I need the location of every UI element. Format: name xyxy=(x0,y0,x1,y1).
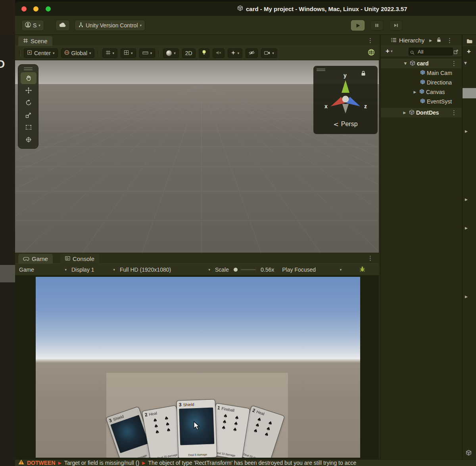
foldout-closed-icon[interactable]: ▶ xyxy=(465,295,468,299)
game-target-dropdown[interactable]: Game ▾ xyxy=(19,267,67,273)
effects-toggle[interactable]: ▾ xyxy=(228,48,243,58)
screen: D card - My project - Windows, Mac, Linu… xyxy=(0,0,476,466)
foldout-open-icon[interactable]: ▼ xyxy=(403,61,408,65)
pivot-label: Center xyxy=(34,50,51,56)
version-control-label: Unity Version Control xyxy=(86,22,138,29)
increment-snap-button[interactable]: ▾ xyxy=(139,48,155,58)
pause-icon xyxy=(374,23,379,28)
scale-slider-knob[interactable] xyxy=(234,268,238,272)
projection-toggle[interactable]: < Persp xyxy=(313,121,378,128)
hierarchy-item-directional-light[interactable]: Directiona xyxy=(381,78,461,87)
grid-visibility-button[interactable]: ▾ xyxy=(121,48,136,58)
card-cost: 3 xyxy=(179,402,182,407)
tab-game[interactable]: Game xyxy=(18,254,53,264)
foldout-closed-icon[interactable]: ▶ xyxy=(402,111,407,115)
tool-handle-position-button[interactable]: Center ▾ xyxy=(24,48,58,58)
debug-bug-icon[interactable] xyxy=(359,266,365,273)
resolution-dropdown[interactable]: Full HD (1920x1080) ▾ xyxy=(120,267,210,273)
hierarchy-tabbar[interactable]: Hierarchy ▶ ⋮ xyxy=(381,35,461,46)
foldout-open-icon[interactable]: ▼ xyxy=(464,61,467,65)
scale-tool-button[interactable] xyxy=(21,109,36,121)
scale-slider-track[interactable] xyxy=(241,269,256,270)
display-dropdown[interactable]: Display 1 ▾ xyxy=(71,267,115,273)
minimize-button[interactable] xyxy=(33,6,38,12)
hierarchy-item-eventsystem[interactable]: EventSyst xyxy=(381,97,461,106)
rect-tool-button[interactable] xyxy=(21,121,36,133)
tool-handle-rotation-button[interactable]: Global ▾ xyxy=(61,48,94,58)
tab-game-label: Game xyxy=(32,255,48,262)
project-add-button[interactable]: + xyxy=(467,48,471,56)
desktop-window-fragment xyxy=(0,0,15,35)
gizmo-drag-handle[interactable] xyxy=(317,69,325,69)
game-tabbar: Game Console ⋮ xyxy=(15,253,379,264)
grid-snap-button[interactable]: ▾ xyxy=(102,48,118,58)
hierarchy-item-canvas[interactable]: ▶ Canvas xyxy=(381,87,461,97)
gizmo-axis-x-label[interactable]: x xyxy=(324,103,328,109)
add-object-button[interactable]: + ▾ xyxy=(386,47,392,55)
hierarchy-kebab-menu-icon[interactable]: ⋮ xyxy=(447,37,453,44)
row-kebab-menu-icon[interactable]: ⋮ xyxy=(451,60,457,67)
scene-viewport[interactable]: y x z < Persp xyxy=(15,60,379,253)
pause-button[interactable] xyxy=(370,20,384,31)
draw-mode-button[interactable]: ▾ xyxy=(163,48,179,58)
cloud-button[interactable] xyxy=(56,20,70,31)
transform-tool-button[interactable] xyxy=(21,134,36,146)
play-focused-dropdown[interactable]: Play Focused ▾ xyxy=(282,267,342,273)
account-button[interactable]: S ▾ xyxy=(21,20,44,31)
row-kebab-menu-icon[interactable]: ⋮ xyxy=(451,109,457,116)
project-tabbar[interactable] xyxy=(463,35,476,46)
gizmo-axes[interactable] xyxy=(313,71,378,119)
tab-console[interactable]: Console xyxy=(60,254,99,264)
account-initial: S xyxy=(33,22,36,29)
rotate-icon xyxy=(25,100,32,106)
gizmo-axis-z-label[interactable]: z xyxy=(364,103,367,109)
zoom-button[interactable] xyxy=(46,6,51,12)
gizmo-axis-y-label[interactable]: y xyxy=(344,72,347,79)
gizmo-drag-handle[interactable] xyxy=(317,70,325,71)
hierarchy-toolbar: + ▾ xyxy=(381,46,461,57)
tab-hierarchy-label: Hierarchy xyxy=(399,37,424,44)
foldout-closed-icon[interactable]: ▶ xyxy=(465,129,468,133)
project-panel-sliver: + ▼ ▶ ▶ ▶ ▶ xyxy=(462,35,476,459)
step-button[interactable] xyxy=(389,20,403,31)
tab-pop-arrow-icon[interactable]: ▶ xyxy=(429,38,432,42)
foldout-closed-icon[interactable]: ▶ xyxy=(412,90,418,94)
rotate-tool-button[interactable] xyxy=(21,97,36,109)
tab-scene[interactable]: Scene xyxy=(18,36,52,46)
play-button[interactable] xyxy=(351,20,365,31)
status-bar[interactable]: DOTWEEN ▶ Target or field is missing/nul… xyxy=(15,459,476,466)
audio-mute-toggle[interactable] xyxy=(213,48,225,58)
hierarchy-scene-row-dontdestroy[interactable]: ▶ DontDes ⋮ xyxy=(381,108,461,117)
hierarchy-item-main-camera[interactable]: Main Cam xyxy=(381,68,461,78)
shaded-sphere-icon xyxy=(166,50,172,56)
lock-icon[interactable] xyxy=(437,37,441,44)
move-tool-button[interactable] xyxy=(21,84,36,96)
tools-drag-handle[interactable] xyxy=(24,67,33,68)
scene-camera-button[interactable]: ▾ xyxy=(261,48,277,58)
view-hand-tool-button[interactable] xyxy=(21,72,36,84)
version-control-button[interactable]: Unity Version Control ▾ xyxy=(75,20,145,31)
hierarchy-scene-row-card[interactable]: ▼ card ⋮ xyxy=(381,59,461,68)
globe-icon xyxy=(64,50,69,56)
game-kebab-menu-icon[interactable]: ⋮ xyxy=(367,255,373,262)
chevron-down-icon: ▾ xyxy=(340,268,342,272)
game-render-area[interactable]: 3Shield Deal 5 damage 2Heal ♠♠♠♠♠♠ Deal … xyxy=(36,277,360,458)
project-selected-row[interactable] xyxy=(463,88,476,98)
pop-out-icon[interactable] xyxy=(453,49,458,56)
hierarchy-search-input[interactable] xyxy=(409,48,453,56)
red-arrow-icon: ▶ xyxy=(142,460,145,466)
scene-kebab-menu-icon[interactable]: ⋮ xyxy=(367,37,373,44)
mode-2d-toggle[interactable]: 2D xyxy=(182,48,196,58)
scene-lighting-toggle[interactable] xyxy=(199,48,209,58)
gameobject-cube-icon xyxy=(420,70,425,76)
foldout-closed-icon[interactable]: ▶ xyxy=(465,198,468,201)
toolbar-drag-handle[interactable] xyxy=(19,50,21,56)
chevron-down-icon: ▾ xyxy=(272,51,274,55)
cloud-icon xyxy=(59,22,66,29)
game-sky xyxy=(36,277,360,359)
close-button[interactable] xyxy=(21,6,27,12)
gizmo-globe-icon[interactable] xyxy=(368,49,375,58)
scene-visibility-toggle[interactable] xyxy=(246,48,258,58)
foldout-closed-icon[interactable]: ▶ xyxy=(465,226,468,230)
tools-drag-handle[interactable] xyxy=(24,69,33,70)
